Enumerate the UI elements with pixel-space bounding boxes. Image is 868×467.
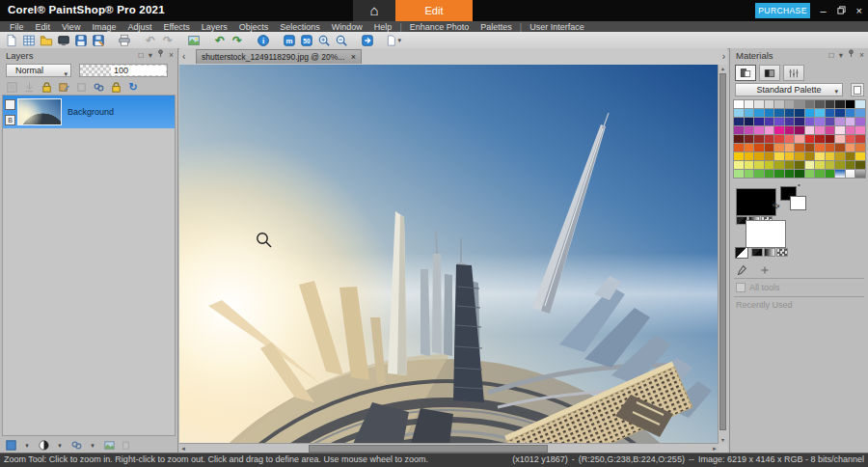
purchase-button[interactable]: PURCHASE xyxy=(755,3,810,18)
print-icon[interactable] xyxy=(117,33,132,47)
color-swatch[interactable] xyxy=(774,100,784,108)
color-swatch[interactable] xyxy=(835,152,845,160)
color-swatch[interactable] xyxy=(734,144,744,151)
color-swatch[interactable] xyxy=(745,126,754,134)
zoom-out-icon[interactable] xyxy=(334,33,349,47)
zoom-in-icon[interactable] xyxy=(316,33,332,47)
color-swatch[interactable] xyxy=(765,135,774,143)
color-swatch[interactable] xyxy=(795,152,804,160)
tab-gradient-icon[interactable] xyxy=(759,65,780,81)
color-swatch[interactable] xyxy=(815,109,825,117)
vertical-scrollbar[interactable]: ▴ ▾ xyxy=(718,65,727,444)
color-swatch[interactable] xyxy=(805,126,815,134)
color-swatch[interactable] xyxy=(855,135,865,143)
all-tools-checkbox[interactable] xyxy=(736,283,746,292)
color-swatch[interactable] xyxy=(765,152,774,160)
color-swatch[interactable] xyxy=(815,170,825,178)
color-swatch[interactable] xyxy=(734,126,744,134)
color-swatch[interactable] xyxy=(826,152,835,160)
color-swatch[interactable] xyxy=(754,161,764,169)
menu-item-view[interactable]: View xyxy=(56,22,86,32)
foreground-material-swatch[interactable] xyxy=(736,188,776,216)
color-swatch[interactable] xyxy=(815,126,825,134)
color-swatch[interactable] xyxy=(795,170,804,178)
color-swatch[interactable] xyxy=(745,152,754,160)
resize-icon[interactable]: m xyxy=(282,33,297,47)
layer-thumbnail[interactable] xyxy=(17,98,62,125)
color-swatch[interactable] xyxy=(774,135,784,143)
pin-icon[interactable] xyxy=(848,49,854,60)
color-swatch[interactable] xyxy=(754,135,764,143)
color-swatch[interactable] xyxy=(795,109,804,117)
background-material-swatch[interactable] xyxy=(746,220,786,248)
caret-icon[interactable]: ▾ xyxy=(86,439,99,452)
color-swatch[interactable] xyxy=(774,161,784,169)
material-tile-icon[interactable] xyxy=(4,439,17,452)
organizer-icon[interactable] xyxy=(21,33,37,47)
color-swatch[interactable] xyxy=(785,170,795,178)
lock-layer-icon[interactable] xyxy=(109,81,122,94)
blend-mode-dropdown[interactable]: Normal ▾ xyxy=(6,64,71,77)
menu-item-adjust[interactable]: Adjust xyxy=(122,22,157,32)
edit-selection-icon[interactable] xyxy=(57,81,70,94)
link-layers-icon[interactable] xyxy=(92,81,105,94)
redo-icon[interactable]: ↷ xyxy=(230,33,245,47)
menu-item-file[interactable]: File xyxy=(4,22,30,32)
restore-button[interactable] xyxy=(837,5,846,16)
gradient-style-icon[interactable] xyxy=(764,248,775,257)
color-swatch[interactable] xyxy=(745,144,754,151)
link-tool-icon[interactable] xyxy=(69,439,83,452)
color-swatch[interactable] xyxy=(815,100,825,108)
palette-menu-icon[interactable]: ▾ xyxy=(149,50,152,60)
color-swatch[interactable] xyxy=(835,135,845,143)
save-as-icon[interactable] xyxy=(91,33,106,47)
color-swatch[interactable] xyxy=(815,135,825,143)
layer-row-background[interactable]: B Background xyxy=(3,96,175,128)
color-swatch[interactable] xyxy=(785,100,795,108)
color-swatch[interactable] xyxy=(745,100,754,108)
menu-item-image[interactable]: Image xyxy=(86,22,122,32)
color-swatch[interactable] xyxy=(754,118,764,125)
color-swatch[interactable] xyxy=(774,144,784,151)
color-swatch[interactable] xyxy=(826,109,835,117)
screen-capture-icon[interactable] xyxy=(56,33,71,47)
opacity-control[interactable]: 100 xyxy=(79,64,168,77)
transparency-toggle-icon[interactable] xyxy=(735,247,748,259)
color-swatch[interactable] xyxy=(795,100,804,108)
color-swatch[interactable] xyxy=(846,118,855,125)
document-tab[interactable]: shutterstock_1249118290.jpg @ 20%... × xyxy=(196,49,362,64)
menu-item-user-interface[interactable]: User Interface xyxy=(524,22,590,32)
color-swatch[interactable] xyxy=(774,170,784,178)
color-swatch[interactable] xyxy=(805,100,815,108)
tab-sliders-icon[interactable] xyxy=(783,65,804,81)
menu-item-layers[interactable]: Layers xyxy=(196,22,233,32)
pattern-style-icon[interactable] xyxy=(776,248,788,257)
color-swatch[interactable] xyxy=(846,170,855,178)
color-swatch[interactable] xyxy=(785,144,795,151)
color-swatch[interactable] xyxy=(855,100,865,108)
tab-close-icon[interactable]: × xyxy=(351,52,356,62)
menu-item-edit[interactable]: Edit xyxy=(30,22,57,32)
color-swatch[interactable] xyxy=(846,161,855,169)
menu-item-help[interactable]: Help xyxy=(368,22,398,32)
color-swatch[interactable] xyxy=(846,144,855,151)
color-swatch[interactable] xyxy=(846,126,855,134)
lock-transparency-icon[interactable] xyxy=(40,81,53,94)
color-swatch[interactable] xyxy=(795,126,804,134)
color-swatch[interactable] xyxy=(805,109,815,117)
undo-icon[interactable]: ↶ xyxy=(212,33,228,47)
color-swatch[interactable] xyxy=(835,126,845,134)
color-swatch[interactable] xyxy=(765,126,774,134)
menu-item-objects[interactable]: Objects xyxy=(233,22,275,32)
palette-selector-dropdown[interactable]: Standard Palette ▾ xyxy=(735,83,843,96)
color-swatch[interactable] xyxy=(745,109,754,117)
color-swatch[interactable] xyxy=(826,170,835,178)
reset-blend-icon[interactable]: ↻ xyxy=(126,81,140,94)
palette-menu-icon[interactable]: ▾ xyxy=(839,50,843,60)
color-swatch[interactable] xyxy=(805,144,815,151)
color-swatch[interactable] xyxy=(774,152,784,160)
color-swatch[interactable] xyxy=(846,100,855,108)
image-share-icon[interactable] xyxy=(186,33,202,47)
color-swatch[interactable] xyxy=(765,170,774,178)
color-swatch[interactable] xyxy=(745,170,754,178)
